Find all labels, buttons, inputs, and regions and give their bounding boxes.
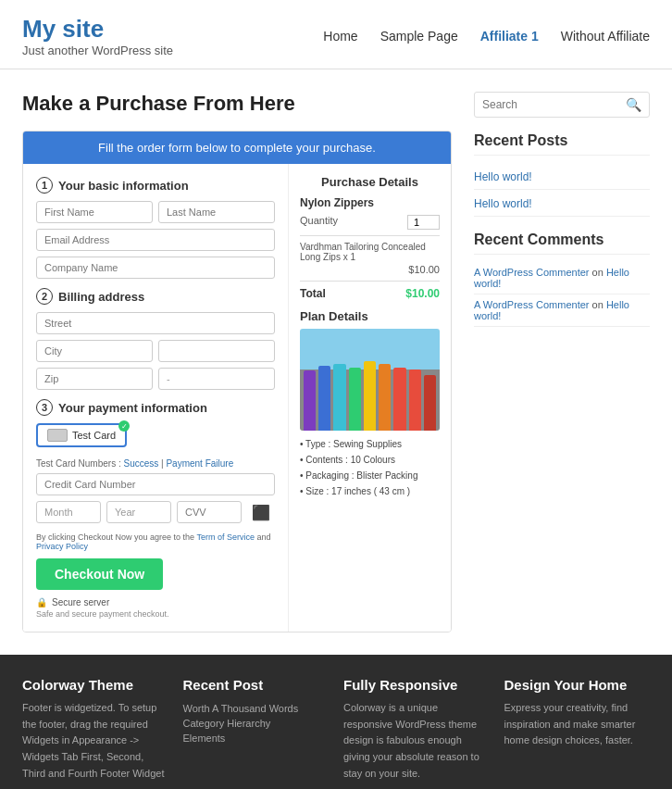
country-select[interactable] — [158, 340, 275, 362]
comment1-author[interactable]: A WordPress Commenter — [474, 267, 590, 278]
section-basic-info: 1 Your basic information — [36, 177, 275, 279]
price-row: $10.00 — [300, 264, 440, 275]
test-card-info: Test Card Numbers : Success | Payment Fa… — [36, 458, 275, 469]
terms-link[interactable]: Term of Service — [196, 532, 255, 542]
name-row — [36, 201, 275, 223]
section3-number: 3 — [36, 399, 53, 416]
search-input[interactable] — [482, 98, 626, 111]
site-header: My site Just another WordPress site Home… — [0, 0, 672, 69]
zipper-image — [300, 329, 440, 431]
footer-post-link3[interactable]: Elements — [183, 733, 226, 744]
street-input[interactable] — [36, 312, 275, 334]
total-amount: $10.00 — [405, 287, 440, 300]
footer-col1-text: Footer is widgetized. To setup the foote… — [22, 700, 168, 782]
section1-title: 1 Your basic information — [36, 177, 275, 194]
recent-post-1: Hello world! — [474, 163, 650, 190]
footer-post-link2[interactable]: Category Hierarchy — [183, 718, 271, 729]
cvv-input[interactable] — [177, 501, 242, 523]
cc-row — [36, 473, 275, 495]
city-input[interactable] — [36, 340, 153, 362]
footer-col4: Design Your Home Express your creativity… — [504, 677, 651, 782]
recent-comments: Recent Comments A WordPress Commenter on… — [474, 232, 650, 327]
nav-without-affiliate[interactable]: Without Affiliate — [561, 29, 650, 44]
product-name: Nylon Zippers — [300, 196, 440, 209]
zip-input[interactable] — [36, 368, 153, 390]
footer-col2: Recent Post Worth A Thousand Words Categ… — [183, 677, 330, 782]
footer-col1: Colorway Theme Footer is widgetized. To … — [22, 677, 168, 782]
card-icon — [47, 429, 68, 442]
footer-col3-title: Fully Responsive — [343, 677, 490, 693]
feature-item-1: Contents : 10 Colours — [300, 452, 440, 468]
footer-col4-text: Express your creativity, find inspiratio… — [504, 700, 651, 749]
product-detail: Vardhman Tailoring Concealed Long Zips x… — [300, 242, 440, 262]
recent-post-link-2[interactable]: Hello world! — [474, 197, 532, 210]
zipper-bar-4 — [364, 361, 376, 431]
purchase-details: Purchase Details Nylon Zippers Quantity … — [289, 164, 451, 632]
secure-label: Secure server — [52, 597, 109, 607]
search-button[interactable]: 🔍 — [626, 97, 641, 112]
recent-comments-title: Recent Comments — [474, 232, 650, 255]
section2-number: 2 — [36, 288, 53, 305]
section2-title: 2 Billing address — [36, 288, 275, 305]
plan-features: Type : Sewing SuppliesContents : 10 Colo… — [300, 436, 440, 499]
nav-sample-page[interactable]: Sample Page — [380, 29, 458, 44]
zipper-bar-1 — [318, 366, 330, 431]
privacy-link[interactable]: Privacy Policy — [36, 542, 88, 551]
comment2-author[interactable]: A WordPress Commenter — [474, 299, 590, 310]
failure-link[interactable]: Payment Failure — [166, 458, 233, 469]
section-billing: 2 Billing address — [36, 288, 275, 390]
email-input[interactable] — [36, 229, 275, 251]
zipper-bars — [300, 361, 440, 431]
content-area: Make a Purchase From Here Fill the order… — [22, 92, 452, 632]
footer: Colorway Theme Footer is widgetized. To … — [0, 655, 672, 789]
comment-2: A WordPress Commenter on Hello world! — [474, 294, 650, 327]
main-nav: Home Sample Page Affiliate 1 Without Aff… — [323, 29, 650, 44]
site-branding: My site Just another WordPress site — [22, 15, 173, 57]
cvv-icon: ⬛ — [247, 501, 275, 523]
main-content: Make a Purchase From Here Fill the order… — [0, 69, 672, 655]
test-card-button[interactable]: Test Card ✓ — [36, 423, 127, 447]
footer-col3-text: Colorway is a unique responsive WordPres… — [343, 700, 490, 782]
recent-post-link-1[interactable]: Hello world! — [474, 170, 532, 183]
first-name-input[interactable] — [36, 201, 153, 223]
feature-item-2: Packaging : Blister Packing — [300, 468, 440, 483]
checkout-button[interactable]: Checkout Now — [36, 558, 163, 590]
purchase-details-title: Purchase Details — [300, 175, 440, 189]
footer-col4-title: Design Your Home — [504, 677, 651, 693]
recent-posts-title: Recent Posts — [474, 132, 650, 156]
site-tagline: Just another WordPress site — [22, 44, 173, 57]
quantity-row: Quantity — [300, 215, 440, 230]
success-link[interactable]: Success — [123, 458, 158, 469]
comment-1: A WordPress Commenter on Hello world! — [474, 262, 650, 294]
last-name-input[interactable] — [158, 201, 275, 223]
zipper-bar-7 — [409, 369, 421, 431]
secure-row: 🔒 Secure server — [36, 597, 275, 607]
nav-home[interactable]: Home — [323, 29, 357, 44]
zip-row: - — [36, 368, 275, 390]
footer-main: Colorway Theme Footer is widgetized. To … — [0, 655, 672, 789]
lock-icon: 🔒 — [36, 597, 47, 607]
check-badge: ✓ — [118, 420, 130, 432]
zipper-bar-5 — [379, 364, 391, 431]
footer-col1-title: Colorway Theme — [22, 677, 168, 693]
zip-select[interactable]: - — [158, 368, 275, 390]
cvv-row: Month Year ⬛ — [36, 501, 275, 523]
recent-post-2: Hello world! — [474, 190, 650, 217]
checkout-form: 1 Your basic information — [23, 164, 289, 632]
plan-title: Plan Details — [300, 309, 440, 323]
footer-post-link1[interactable]: Worth A Thousand Words — [183, 703, 299, 714]
test-card-label: Test Card — [72, 430, 116, 441]
section3-title: 3 Your payment information — [36, 399, 275, 416]
email-row — [36, 229, 275, 251]
company-input[interactable] — [36, 257, 275, 279]
month-select[interactable]: Month — [36, 501, 101, 523]
credit-card-input[interactable] — [36, 473, 275, 495]
checkout-body: 1 Your basic information — [23, 164, 451, 632]
terms-text: By clicking Checkout Now you agree to th… — [36, 532, 275, 551]
zipper-bar-8 — [424, 375, 436, 431]
year-select[interactable]: Year — [106, 501, 171, 523]
zipper-bar-2 — [333, 364, 345, 431]
quantity-input[interactable] — [407, 215, 440, 230]
nav-affiliate1[interactable]: Affiliate 1 — [480, 29, 539, 44]
checkout-container: Fill the order form below to complete yo… — [22, 131, 452, 632]
